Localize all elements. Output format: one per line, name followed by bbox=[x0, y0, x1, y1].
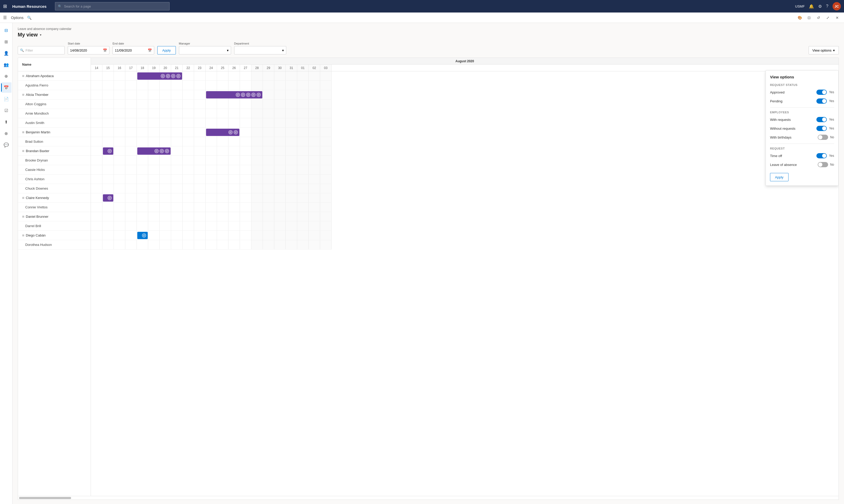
sidebar-item-network[interactable]: ⊗ bbox=[1, 128, 12, 139]
sidebar-item-filter[interactable]: ⊟ bbox=[1, 25, 12, 35]
event-block-row17[interactable]: ✓ bbox=[137, 232, 148, 239]
grid-cell-8-18 bbox=[297, 146, 309, 156]
help-icon[interactable]: ? bbox=[826, 4, 828, 8]
event-block-row8[interactable]: ✓ bbox=[103, 147, 113, 155]
grid-cell-10-10 bbox=[205, 165, 217, 174]
name-row-3[interactable]: Alton Coggins bbox=[18, 100, 91, 109]
sidebar-item-upload[interactable]: ⬆ bbox=[1, 117, 12, 127]
nav-search-button[interactable]: 🔍 bbox=[26, 15, 32, 20]
grid-cell-7-20 bbox=[320, 137, 331, 146]
name-row-4[interactable]: Arnie Mondloch bbox=[18, 109, 91, 118]
name-row-1[interactable]: Agustina Fierro bbox=[18, 81, 91, 90]
without-requests-toggle[interactable] bbox=[816, 126, 827, 131]
grid-cell-17-17 bbox=[286, 231, 297, 240]
title-chevron-icon[interactable]: ▾ bbox=[40, 33, 41, 37]
name-row-7[interactable]: Brad Sutton bbox=[18, 137, 91, 146]
event-check-icon: ✓ bbox=[160, 149, 164, 153]
grid-cell-9-19 bbox=[309, 156, 320, 165]
manager-dropdown[interactable]: ▾ bbox=[179, 46, 231, 54]
apply-button[interactable]: Apply bbox=[157, 46, 176, 54]
name-row-12[interactable]: Chuck Downes bbox=[18, 184, 91, 193]
name-row-5[interactable]: Austin Smith bbox=[18, 118, 91, 128]
end-date-calendar-icon[interactable]: 📅 bbox=[148, 49, 152, 52]
start-date-calendar-icon[interactable]: 📅 bbox=[103, 49, 107, 52]
sidebar-item-dashboard[interactable]: ⊞ bbox=[1, 36, 12, 47]
refresh-icon[interactable]: ↺ bbox=[815, 14, 822, 21]
event-block-row0[interactable]: ✓✓✓✓ bbox=[137, 72, 182, 80]
name-row-2[interactable]: ⊞Alicia Thornber bbox=[18, 90, 91, 100]
sidebar-item-team[interactable]: 👥 bbox=[1, 59, 12, 70]
name-row-13[interactable]: ⊞Claire Kennedy bbox=[18, 193, 91, 203]
name-row-0[interactable]: ⊞Abraham Apodaca bbox=[18, 71, 91, 81]
grid-cell-1-16 bbox=[274, 81, 286, 90]
calendar-scroll-area: August 2020 1415161718192021222324252627… bbox=[91, 58, 839, 496]
expand-icon[interactable]: ⤢ bbox=[824, 14, 831, 21]
grid-cell-14-6 bbox=[160, 203, 171, 212]
end-date-input[interactable]: 11/09/2020 📅 bbox=[112, 46, 154, 54]
grid-cell-16-20 bbox=[320, 221, 331, 231]
split-icon[interactable]: ⊡ bbox=[805, 14, 813, 21]
with-requests-toggle[interactable] bbox=[816, 117, 827, 122]
sidebar-item-person[interactable]: 👤 bbox=[1, 48, 12, 58]
name-row-9[interactable]: Brooke Drynan bbox=[18, 156, 91, 165]
grid-icon[interactable]: ⊞ bbox=[3, 3, 7, 9]
grid-cell-1-18 bbox=[297, 81, 309, 90]
expand-icon[interactable]: ⊞ bbox=[22, 149, 24, 152]
event-block-row6[interactable]: ✓✓ bbox=[206, 129, 239, 136]
expand-icon[interactable]: ⊞ bbox=[22, 74, 24, 77]
expand-icon[interactable]: ⊞ bbox=[22, 131, 24, 133]
event-block-row13[interactable]: ✓ bbox=[103, 194, 113, 202]
sidebar-item-docs[interactable]: 📄 bbox=[1, 94, 12, 104]
bell-icon[interactable]: 🔔 bbox=[809, 4, 814, 9]
close-icon[interactable]: ✕ bbox=[833, 14, 841, 21]
scrollbar-thumb[interactable] bbox=[19, 497, 71, 499]
start-date-input[interactable]: 14/08/2020 📅 bbox=[68, 46, 109, 54]
grid-cell-13-18 bbox=[297, 193, 309, 202]
name-row-14[interactable]: Connie Vrettos bbox=[18, 203, 91, 212]
grid-cell-7-14 bbox=[251, 137, 263, 146]
name-row-17[interactable]: ⊞Diego Cabán bbox=[18, 231, 91, 240]
time-off-toggle[interactable] bbox=[816, 153, 827, 158]
paint-icon[interactable]: 🎨 bbox=[796, 14, 803, 21]
search-bar[interactable]: 🔍 Search for a page bbox=[55, 2, 169, 11]
name-row-11[interactable]: Chris Ashton bbox=[18, 175, 91, 184]
expand-icon[interactable]: ⊞ bbox=[22, 93, 24, 96]
grid-cell-13-11 bbox=[217, 193, 229, 202]
name-row-6[interactable]: ⊞Benjamin Martin bbox=[18, 128, 91, 137]
approved-toggle[interactable] bbox=[816, 90, 827, 95]
hamburger-icon[interactable]: ☰ bbox=[3, 15, 7, 20]
grid-cell-9-20 bbox=[320, 156, 331, 165]
main-layout: ⊟ ⊞ 👤 👥 ⊕ 📅 📄 ☑ ⬆ ⊗ 💬 Leave and absence … bbox=[0, 23, 844, 504]
panel-apply-button[interactable]: Apply bbox=[770, 173, 789, 181]
name-row-16[interactable]: Darrel Brill bbox=[18, 221, 91, 231]
sidebar-item-checklist[interactable]: ☑ bbox=[1, 105, 12, 116]
expand-icon[interactable]: ⊞ bbox=[22, 215, 24, 218]
settings-icon[interactable]: ⚙ bbox=[818, 4, 822, 9]
grid-cell-2-3 bbox=[125, 90, 137, 99]
leave-of-absence-toggle[interactable] bbox=[818, 162, 828, 167]
grid-cell-15-16 bbox=[274, 212, 286, 221]
department-dropdown[interactable]: ▾ bbox=[234, 46, 286, 54]
expand-icon[interactable]: ⊞ bbox=[22, 234, 24, 237]
name-row-18[interactable]: Dorothea Hudson bbox=[18, 240, 91, 250]
sidebar-item-groups[interactable]: ⊕ bbox=[1, 71, 12, 81]
grid-cell-10-19 bbox=[309, 165, 320, 174]
name-row-10[interactable]: Cassie Hicks bbox=[18, 165, 91, 175]
name-row-15[interactable]: ⊞Daniel Brunner bbox=[18, 212, 91, 221]
grid-cell-0-11 bbox=[217, 71, 229, 80]
expand-icon[interactable]: ⊞ bbox=[22, 196, 24, 199]
event-block-row2[interactable]: ✓✓✓✓✓ bbox=[206, 91, 262, 98]
name-row-8[interactable]: ⊞Brandan Baxter bbox=[18, 146, 91, 156]
with-birthdays-toggle[interactable] bbox=[818, 135, 828, 140]
view-options-button[interactable]: View options ▾ bbox=[809, 46, 839, 54]
horizontal-scrollbar[interactable] bbox=[18, 496, 839, 500]
department-label: Department bbox=[234, 42, 286, 45]
day-cell-23: 23 bbox=[194, 65, 205, 71]
grid-cell-1-5 bbox=[148, 81, 160, 90]
event-block-row8[interactable]: ✓✓✓ bbox=[137, 147, 170, 155]
sidebar-item-chat[interactable]: 💬 bbox=[1, 140, 12, 150]
filter-input[interactable]: 🔍 Filter bbox=[18, 46, 65, 54]
pending-toggle[interactable] bbox=[816, 98, 827, 104]
sidebar-item-calendar[interactable]: 📅 bbox=[1, 82, 12, 93]
avatar[interactable]: JC bbox=[832, 2, 841, 11]
